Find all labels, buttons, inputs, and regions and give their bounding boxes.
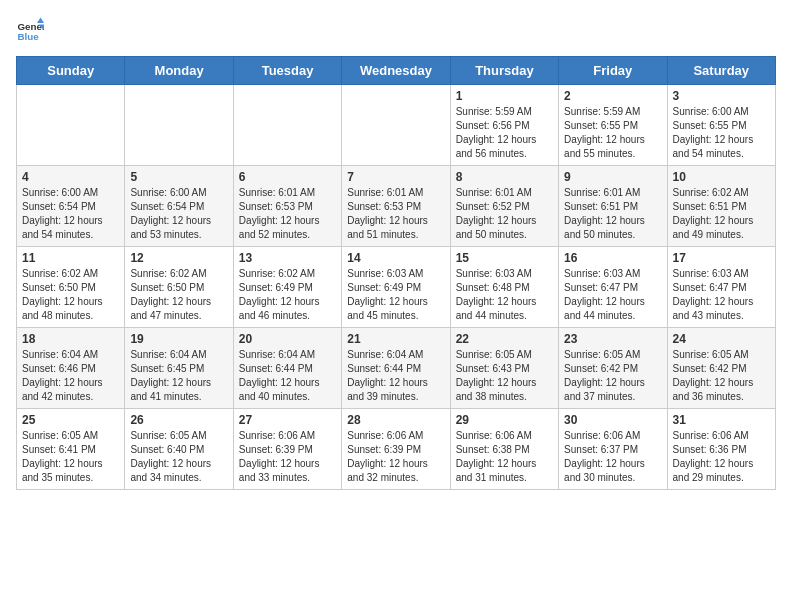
calendar-cell: 17Sunrise: 6:03 AM Sunset: 6:47 PM Dayli… [667,247,775,328]
calendar-cell [342,85,450,166]
calendar-week-3: 11Sunrise: 6:02 AM Sunset: 6:50 PM Dayli… [17,247,776,328]
calendar-cell: 23Sunrise: 6:05 AM Sunset: 6:42 PM Dayli… [559,328,667,409]
cell-content: Sunrise: 6:02 AM Sunset: 6:49 PM Dayligh… [239,267,336,323]
cell-content: Sunrise: 6:04 AM Sunset: 6:45 PM Dayligh… [130,348,227,404]
logo-icon: General Blue [16,16,44,44]
day-number: 6 [239,170,336,184]
cell-content: Sunrise: 6:01 AM Sunset: 6:52 PM Dayligh… [456,186,553,242]
svg-text:Blue: Blue [17,31,39,42]
calendar-week-5: 25Sunrise: 6:05 AM Sunset: 6:41 PM Dayli… [17,409,776,490]
cell-content: Sunrise: 5:59 AM Sunset: 6:56 PM Dayligh… [456,105,553,161]
day-number: 13 [239,251,336,265]
day-header-sunday: Sunday [17,57,125,85]
cell-content: Sunrise: 6:03 AM Sunset: 6:49 PM Dayligh… [347,267,444,323]
svg-marker-2 [37,17,44,23]
cell-content: Sunrise: 6:03 AM Sunset: 6:48 PM Dayligh… [456,267,553,323]
calendar-cell: 1Sunrise: 5:59 AM Sunset: 6:56 PM Daylig… [450,85,558,166]
day-number: 19 [130,332,227,346]
day-number: 23 [564,332,661,346]
day-number: 16 [564,251,661,265]
cell-content: Sunrise: 6:01 AM Sunset: 6:51 PM Dayligh… [564,186,661,242]
day-number: 18 [22,332,119,346]
cell-content: Sunrise: 6:05 AM Sunset: 6:40 PM Dayligh… [130,429,227,485]
calendar-cell: 10Sunrise: 6:02 AM Sunset: 6:51 PM Dayli… [667,166,775,247]
calendar-cell: 7Sunrise: 6:01 AM Sunset: 6:53 PM Daylig… [342,166,450,247]
calendar-week-4: 18Sunrise: 6:04 AM Sunset: 6:46 PM Dayli… [17,328,776,409]
calendar-cell: 18Sunrise: 6:04 AM Sunset: 6:46 PM Dayli… [17,328,125,409]
page-header: General Blue [16,16,776,44]
day-number: 22 [456,332,553,346]
calendar-cell [233,85,341,166]
day-number: 29 [456,413,553,427]
calendar-cell: 3Sunrise: 6:00 AM Sunset: 6:55 PM Daylig… [667,85,775,166]
calendar-cell: 12Sunrise: 6:02 AM Sunset: 6:50 PM Dayli… [125,247,233,328]
day-number: 26 [130,413,227,427]
calendar-week-2: 4Sunrise: 6:00 AM Sunset: 6:54 PM Daylig… [17,166,776,247]
calendar-cell: 19Sunrise: 6:04 AM Sunset: 6:45 PM Dayli… [125,328,233,409]
cell-content: Sunrise: 6:00 AM Sunset: 6:54 PM Dayligh… [22,186,119,242]
calendar-header-row: SundayMondayTuesdayWednesdayThursdayFrid… [17,57,776,85]
calendar-cell: 5Sunrise: 6:00 AM Sunset: 6:54 PM Daylig… [125,166,233,247]
day-number: 30 [564,413,661,427]
cell-content: Sunrise: 6:00 AM Sunset: 6:54 PM Dayligh… [130,186,227,242]
calendar-cell: 21Sunrise: 6:04 AM Sunset: 6:44 PM Dayli… [342,328,450,409]
cell-content: Sunrise: 6:03 AM Sunset: 6:47 PM Dayligh… [564,267,661,323]
calendar-table: SundayMondayTuesdayWednesdayThursdayFrid… [16,56,776,490]
day-number: 24 [673,332,770,346]
cell-content: Sunrise: 6:04 AM Sunset: 6:44 PM Dayligh… [347,348,444,404]
calendar-cell: 11Sunrise: 6:02 AM Sunset: 6:50 PM Dayli… [17,247,125,328]
cell-content: Sunrise: 6:05 AM Sunset: 6:42 PM Dayligh… [564,348,661,404]
day-number: 10 [673,170,770,184]
day-header-friday: Friday [559,57,667,85]
calendar-cell: 25Sunrise: 6:05 AM Sunset: 6:41 PM Dayli… [17,409,125,490]
cell-content: Sunrise: 6:00 AM Sunset: 6:55 PM Dayligh… [673,105,770,161]
cell-content: Sunrise: 6:05 AM Sunset: 6:43 PM Dayligh… [456,348,553,404]
calendar-cell: 28Sunrise: 6:06 AM Sunset: 6:39 PM Dayli… [342,409,450,490]
calendar-cell: 24Sunrise: 6:05 AM Sunset: 6:42 PM Dayli… [667,328,775,409]
calendar-cell [17,85,125,166]
cell-content: Sunrise: 6:02 AM Sunset: 6:51 PM Dayligh… [673,186,770,242]
logo: General Blue [16,16,44,44]
calendar-cell [125,85,233,166]
calendar-cell: 20Sunrise: 6:04 AM Sunset: 6:44 PM Dayli… [233,328,341,409]
day-number: 14 [347,251,444,265]
calendar-cell: 31Sunrise: 6:06 AM Sunset: 6:36 PM Dayli… [667,409,775,490]
cell-content: Sunrise: 6:02 AM Sunset: 6:50 PM Dayligh… [130,267,227,323]
day-number: 31 [673,413,770,427]
day-number: 28 [347,413,444,427]
calendar-cell: 15Sunrise: 6:03 AM Sunset: 6:48 PM Dayli… [450,247,558,328]
cell-content: Sunrise: 6:06 AM Sunset: 6:36 PM Dayligh… [673,429,770,485]
cell-content: Sunrise: 6:06 AM Sunset: 6:37 PM Dayligh… [564,429,661,485]
day-header-wednesday: Wednesday [342,57,450,85]
day-number: 17 [673,251,770,265]
cell-content: Sunrise: 6:05 AM Sunset: 6:42 PM Dayligh… [673,348,770,404]
calendar-cell: 6Sunrise: 6:01 AM Sunset: 6:53 PM Daylig… [233,166,341,247]
calendar-week-1: 1Sunrise: 5:59 AM Sunset: 6:56 PM Daylig… [17,85,776,166]
calendar-cell: 30Sunrise: 6:06 AM Sunset: 6:37 PM Dayli… [559,409,667,490]
cell-content: Sunrise: 6:06 AM Sunset: 6:38 PM Dayligh… [456,429,553,485]
calendar-cell: 29Sunrise: 6:06 AM Sunset: 6:38 PM Dayli… [450,409,558,490]
calendar-cell: 9Sunrise: 6:01 AM Sunset: 6:51 PM Daylig… [559,166,667,247]
cell-content: Sunrise: 6:01 AM Sunset: 6:53 PM Dayligh… [239,186,336,242]
day-number: 8 [456,170,553,184]
calendar-cell: 22Sunrise: 6:05 AM Sunset: 6:43 PM Dayli… [450,328,558,409]
calendar-cell: 2Sunrise: 5:59 AM Sunset: 6:55 PM Daylig… [559,85,667,166]
cell-content: Sunrise: 6:04 AM Sunset: 6:46 PM Dayligh… [22,348,119,404]
calendar-cell: 26Sunrise: 6:05 AM Sunset: 6:40 PM Dayli… [125,409,233,490]
calendar-cell: 14Sunrise: 6:03 AM Sunset: 6:49 PM Dayli… [342,247,450,328]
day-header-tuesday: Tuesday [233,57,341,85]
day-number: 15 [456,251,553,265]
calendar-cell: 13Sunrise: 6:02 AM Sunset: 6:49 PM Dayli… [233,247,341,328]
day-number: 11 [22,251,119,265]
day-number: 21 [347,332,444,346]
calendar-cell: 4Sunrise: 6:00 AM Sunset: 6:54 PM Daylig… [17,166,125,247]
day-header-thursday: Thursday [450,57,558,85]
day-number: 1 [456,89,553,103]
day-header-saturday: Saturday [667,57,775,85]
calendar-cell: 8Sunrise: 6:01 AM Sunset: 6:52 PM Daylig… [450,166,558,247]
cell-content: Sunrise: 6:04 AM Sunset: 6:44 PM Dayligh… [239,348,336,404]
cell-content: Sunrise: 6:06 AM Sunset: 6:39 PM Dayligh… [347,429,444,485]
cell-content: Sunrise: 6:05 AM Sunset: 6:41 PM Dayligh… [22,429,119,485]
day-number: 2 [564,89,661,103]
cell-content: Sunrise: 6:01 AM Sunset: 6:53 PM Dayligh… [347,186,444,242]
